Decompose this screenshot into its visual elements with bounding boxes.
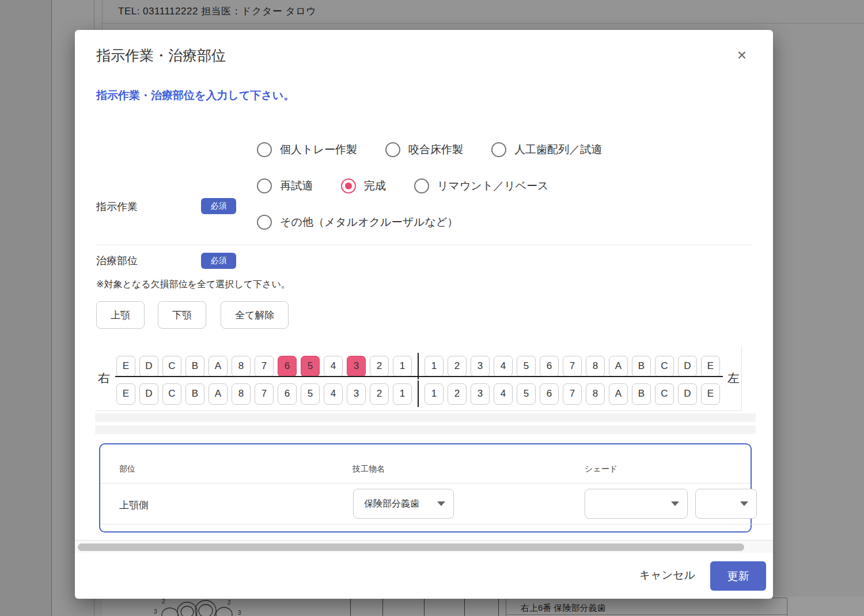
tooth-lower-right-d[interactable]: D: [139, 383, 158, 405]
decorative-strip: [95, 425, 756, 434]
tooth-lower-left-a[interactable]: A: [609, 383, 628, 405]
part-cell: 上顎側: [119, 499, 149, 512]
detail-table-panel: 部位 技工物名 シェード 上顎側 保険部分義歯: [99, 443, 752, 533]
radio-circle-icon: [385, 142, 400, 157]
treatment-note: ※対象となる欠損部位を全て選択して下さい。: [96, 279, 290, 291]
tooth-lower-left-5[interactable]: 5: [517, 383, 536, 405]
radio-circle-icon: [257, 142, 272, 157]
tooth-upper-left-7[interactable]: 7: [563, 356, 582, 377]
radio-label: その他（メタルオクルーザルなど）: [280, 215, 458, 230]
clear-all-button[interactable]: 全て解除: [221, 301, 289, 329]
tooth-upper-left-6[interactable]: 6: [540, 356, 559, 377]
radio-retry-fitting[interactable]: 再試適: [257, 178, 313, 193]
chart-border: [95, 410, 741, 411]
tooth-lower-right-6[interactable]: 6: [278, 383, 297, 405]
lower-teeth-row: EDCBA8765432112345678ABCDE: [116, 381, 720, 407]
row-divider: [100, 524, 772, 524]
horizontal-scrollbar-thumb[interactable]: [78, 543, 744, 551]
teeth-midline-horizontal: [115, 376, 723, 377]
cancel-button[interactable]: キャンセル: [639, 568, 695, 583]
radio-label: 再試適: [280, 178, 313, 193]
tooth-upper-right-b[interactable]: B: [185, 356, 204, 377]
tooth-lower-right-b[interactable]: B: [185, 383, 204, 405]
tooth-upper-right-8[interactable]: 8: [232, 356, 251, 377]
tooth-lower-left-8[interactable]: 8: [586, 383, 605, 405]
product-select[interactable]: 保険部分義歯: [353, 489, 454, 519]
treatment-section-label: 治療部位: [96, 254, 138, 268]
tooth-upper-left-8[interactable]: 8: [586, 356, 605, 377]
tooth-upper-right-6[interactable]: 6: [278, 356, 297, 377]
radio-other[interactable]: その他（メタルオクルーザルなど）: [257, 215, 458, 230]
tooth-upper-left-1[interactable]: 1: [425, 356, 444, 377]
tooth-lower-left-3[interactable]: 3: [471, 383, 490, 405]
radio-personal-tray[interactable]: 個人トレー作製: [257, 142, 357, 157]
left-side-label: 左: [727, 370, 740, 386]
tooth-upper-left-3[interactable]: 3: [471, 356, 490, 377]
tooth-lower-left-7[interactable]: 7: [563, 383, 582, 405]
tooth-upper-right-c[interactable]: C: [162, 356, 181, 377]
tooth-upper-left-e[interactable]: E: [701, 356, 720, 377]
work-section-label: 指示作業: [96, 200, 138, 214]
tooth-lower-left-d[interactable]: D: [678, 383, 697, 405]
tooth-upper-left-b[interactable]: B: [632, 356, 651, 377]
tooth-lower-left-6[interactable]: 6: [540, 383, 559, 405]
tooth-lower-right-1[interactable]: 1: [393, 383, 412, 405]
shade-select-1[interactable]: [585, 489, 688, 519]
tooth-lower-right-7[interactable]: 7: [255, 383, 274, 405]
tooth-lower-left-e[interactable]: E: [701, 383, 720, 405]
tooth-lower-right-4[interactable]: 4: [324, 383, 343, 405]
tooth-upper-left-4[interactable]: 4: [494, 356, 513, 377]
radio-bite-plate[interactable]: 咬合床作製: [385, 142, 463, 157]
radio-circle-icon: [257, 178, 272, 193]
tooth-lower-right-8[interactable]: 8: [232, 383, 251, 405]
decorative-strip: [95, 413, 756, 422]
radio-circle-icon: [414, 178, 429, 193]
radio-label: 個人トレー作製: [280, 142, 357, 157]
tooth-upper-right-1[interactable]: 1: [393, 356, 412, 377]
tooth-lower-right-a[interactable]: A: [209, 383, 228, 405]
tooth-upper-left-2[interactable]: 2: [448, 356, 467, 377]
dialog-title: 指示作業・治療部位: [96, 46, 226, 65]
tooth-lower-right-c[interactable]: C: [162, 383, 181, 405]
tooth-upper-left-d[interactable]: D: [678, 356, 697, 377]
upper-jaw-button[interactable]: 上顎: [96, 301, 145, 329]
tooth-upper-right-7[interactable]: 7: [255, 356, 274, 377]
right-side-label: 右: [98, 370, 110, 386]
radio-circle-icon: [491, 142, 506, 157]
radio-circle-icon: [341, 178, 356, 193]
tooth-lower-right-5[interactable]: 5: [301, 383, 320, 405]
jaw-buttons: 上顎下顎全て解除: [96, 301, 289, 329]
tooth-upper-right-a[interactable]: A: [209, 356, 228, 377]
tooth-upper-right-3[interactable]: 3: [347, 356, 366, 377]
radio-label: 咬合床作製: [408, 142, 463, 157]
caret-down-icon: [671, 501, 679, 506]
column-header-part: 部位: [119, 464, 135, 474]
update-button[interactable]: 更新: [710, 561, 766, 591]
radio-artificial-teeth-arrangement[interactable]: 人工歯配列／試適: [491, 142, 602, 157]
work-radio-row-3: その他（メタルオクルーザルなど）: [257, 204, 752, 240]
tooth-upper-left-5[interactable]: 5: [517, 356, 536, 377]
tooth-lower-left-2[interactable]: 2: [448, 383, 467, 405]
tooth-lower-left-4[interactable]: 4: [494, 383, 513, 405]
tooth-upper-left-a[interactable]: A: [609, 356, 628, 377]
radio-remount-rebase[interactable]: リマウント／リベース: [414, 178, 549, 193]
radio-label: 人工歯配列／試適: [514, 142, 602, 157]
radio-completion[interactable]: 完成: [341, 178, 386, 193]
tooth-lower-left-c[interactable]: C: [655, 383, 674, 405]
tooth-lower-left-b[interactable]: B: [632, 383, 651, 405]
radio-label: リマウント／リベース: [437, 178, 549, 193]
tooth-lower-right-3[interactable]: 3: [347, 383, 366, 405]
close-icon[interactable]: ×: [732, 45, 752, 66]
lower-jaw-button[interactable]: 下顎: [158, 301, 206, 329]
detail-table-header: 部位 技工物名 シェード: [100, 444, 751, 484]
tooth-upper-right-4[interactable]: 4: [324, 356, 343, 377]
tooth-upper-right-d[interactable]: D: [139, 356, 158, 377]
tooth-upper-right-e[interactable]: E: [116, 356, 135, 377]
tooth-upper-right-2[interactable]: 2: [370, 356, 389, 377]
tooth-lower-right-2[interactable]: 2: [370, 383, 389, 405]
tooth-lower-left-1[interactable]: 1: [425, 383, 444, 405]
shade-select-2[interactable]: [695, 489, 757, 519]
tooth-lower-right-e[interactable]: E: [116, 383, 135, 405]
tooth-upper-left-c[interactable]: C: [655, 356, 674, 377]
tooth-upper-right-5[interactable]: 5: [301, 356, 320, 377]
